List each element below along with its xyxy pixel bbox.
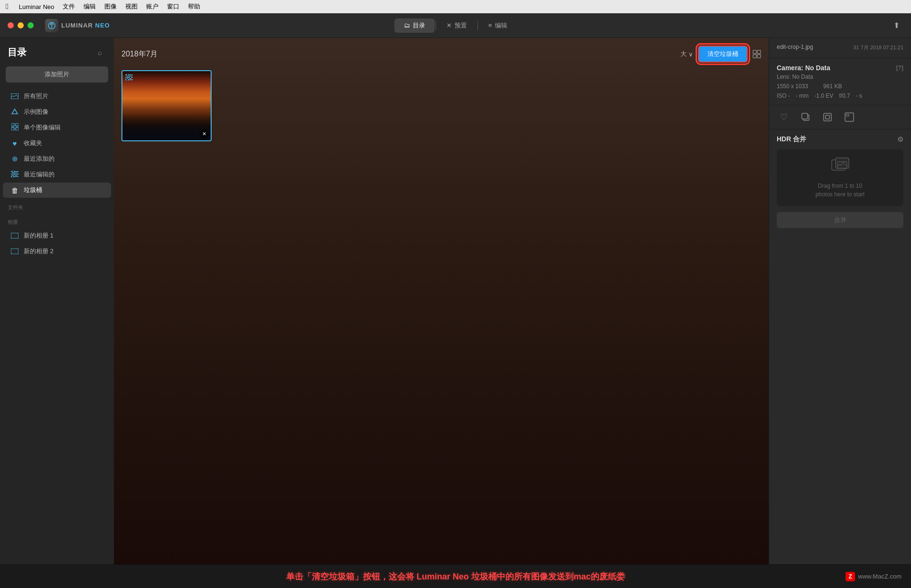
single-edit-icon	[10, 123, 19, 132]
logo-icon	[45, 19, 58, 32]
svg-point-9	[12, 171, 15, 173]
favorite-button[interactable]: ♡	[777, 110, 791, 124]
photo-item-sunset[interactable]: ✕	[121, 70, 212, 141]
menu-account[interactable]: 账户	[146, 2, 158, 11]
album-2-icon	[10, 248, 19, 256]
edit-tab-icon: ≡	[488, 22, 492, 29]
lens-info: Lens: No Data	[777, 74, 903, 80]
more-options-button[interactable]	[842, 110, 856, 124]
svg-point-11	[12, 175, 14, 177]
tab-catalog[interactable]: 🗂 目录	[394, 18, 435, 33]
svg-rect-2	[11, 123, 14, 126]
content-header-right: 大 ∨ 清空垃圾桶	[680, 46, 761, 63]
copy-button[interactable]	[799, 110, 813, 124]
tab-presets[interactable]: ✕ 预置	[437, 18, 476, 33]
merge-button: 合并	[777, 212, 903, 228]
watermark-z-icon: Z	[846, 572, 855, 581]
svg-rect-15	[757, 50, 761, 54]
content-header: 2018年7月 大 ∨ 清空垃圾桶	[121, 46, 761, 63]
maximize-button[interactable]	[28, 22, 34, 28]
catalog-tab-icon: 🗂	[404, 22, 410, 29]
action-icons-row: ♡	[769, 105, 911, 129]
sidebar-section-folders: 文件夹	[0, 198, 114, 213]
mm-value: - mm	[796, 92, 809, 99]
svg-point-21	[127, 74, 129, 76]
app-logo: LUMINAR NEO	[45, 19, 110, 32]
tab-divider-2	[477, 21, 478, 30]
size-label: 大	[680, 50, 687, 58]
bottom-bar: 单击「清空垃圾箱」按钮，这会将 Luminar Neo 垃圾桶中的所有图像发送到…	[0, 564, 911, 588]
hdr-settings-icon[interactable]: ⚙	[897, 135, 903, 144]
camera-section: Camera: No Data [?] Lens: No Data 1550 x…	[769, 58, 911, 105]
sidebar-item-label-sample: 示例图像	[24, 108, 48, 116]
svg-rect-13	[11, 248, 19, 254]
minimize-button[interactable]	[18, 22, 24, 28]
file-date: 31 7月 2018 07:21:21	[853, 44, 903, 51]
svg-rect-26	[824, 113, 831, 121]
share-button[interactable]: ⬆	[889, 18, 903, 33]
sidebar-item-album-2[interactable]: 新的相册 2	[3, 244, 111, 259]
bottom-annotation: 单击「清空垃圾箱」按钮，这会将 Luminar Neo 垃圾桶中的所有图像发送到…	[286, 571, 625, 582]
file-info-section: edit-crop-1.jpg 31 7月 2018 07:21:21	[769, 38, 911, 58]
sidebar-section-albums: 相册	[0, 213, 114, 228]
close-button[interactable]	[8, 22, 14, 28]
menu-file[interactable]: 文件	[63, 2, 75, 11]
trash-icon: 🗑	[10, 186, 19, 194]
sidebar-item-recently-added[interactable]: ⊕ 最近添加的	[3, 151, 111, 166]
add-photo-button[interactable]: 添加照片	[6, 66, 108, 83]
svg-rect-27	[826, 115, 829, 119]
menu-bar:  Luminar Neo 文件 编辑 图像 视图 账户 窗口 帮助	[0, 0, 911, 13]
sidebar-item-recently-edited[interactable]: 最近编辑的	[3, 167, 111, 182]
camera-help-icon: [?]	[896, 64, 903, 71]
all-photos-icon	[10, 92, 19, 101]
title-tabs: 🗂 目录 ✕ 预置 ≡ 编辑	[394, 18, 517, 33]
presets-tab-icon: ✕	[446, 22, 452, 29]
empty-trash-button[interactable]: 清空垃圾桶	[698, 46, 748, 63]
view-toggle[interactable]	[753, 50, 761, 58]
sidebar-item-label-recently-edited: 最近编辑的	[24, 170, 55, 179]
sidebar-item-all-photos[interactable]: 所有照片	[3, 89, 111, 104]
traffic-lights	[8, 22, 34, 28]
sidebar: 目录 ⌕ 添加照片 所有照片 示例图像	[0, 38, 114, 564]
svg-rect-3	[16, 123, 19, 126]
sidebar-item-favorites[interactable]: ♥ 收藏夹	[3, 136, 111, 151]
iso-value: ISO -	[777, 92, 790, 99]
svg-rect-5	[16, 128, 19, 130]
photo-delete-icon[interactable]: ✕	[199, 129, 209, 138]
aperture-value: f/0.7	[839, 92, 850, 99]
rotate-button[interactable]	[820, 110, 835, 124]
menu-view[interactable]: 视图	[125, 2, 138, 11]
recently-added-icon: ⊕	[10, 155, 19, 163]
tab-edit[interactable]: ≡ 编辑	[479, 18, 517, 33]
menu-edit[interactable]: 编辑	[84, 2, 96, 11]
sidebar-item-label-all-photos: 所有照片	[24, 92, 48, 101]
size-selector[interactable]: 大 ∨	[680, 50, 693, 58]
photo-adjust-icon	[125, 74, 133, 82]
content-area: 2018年7月 大 ∨ 清空垃圾桶	[114, 38, 769, 564]
main-layout: 目录 ⌕ 添加照片 所有照片 示例图像	[0, 38, 911, 564]
camera-name: Camera: No Data	[777, 64, 830, 72]
menu-help[interactable]: 帮助	[188, 2, 200, 11]
exif-row: ISO - - mm -1.0 EV f/0.7 - s	[777, 92, 903, 99]
filename: edit-crop-1.jpg	[777, 44, 813, 50]
svg-rect-25	[802, 113, 808, 119]
menu-app[interactable]: Luminar Neo	[19, 3, 54, 10]
svg-rect-14	[753, 50, 756, 54]
svg-rect-16	[753, 55, 756, 58]
sidebar-item-trash[interactable]: 🗑 垃圾桶	[3, 183, 111, 198]
camera-title: Camera: No Data [?]	[777, 64, 903, 72]
hdr-drop-zone[interactable]: Drag from 1 to 10photos here to start	[777, 149, 903, 206]
album-1-icon	[10, 232, 19, 240]
search-icon[interactable]: ⌕	[93, 46, 106, 59]
size-chevron-icon: ∨	[688, 51, 693, 58]
svg-rect-17	[757, 55, 761, 58]
sidebar-item-single-edit[interactable]: 单个图像编辑	[3, 120, 111, 135]
svg-point-22	[130, 76, 132, 79]
apple-menu[interactable]: 	[6, 2, 9, 11]
sidebar-item-album-1[interactable]: 新的相册 1	[3, 228, 111, 243]
sidebar-item-sample-images[interactable]: 示例图像	[3, 104, 111, 119]
dimensions: 1550 x 1033	[777, 83, 808, 90]
watermark-text: www.MacZ.com	[858, 573, 902, 580]
menu-window[interactable]: 窗口	[167, 2, 179, 11]
menu-image[interactable]: 图像	[104, 2, 117, 11]
